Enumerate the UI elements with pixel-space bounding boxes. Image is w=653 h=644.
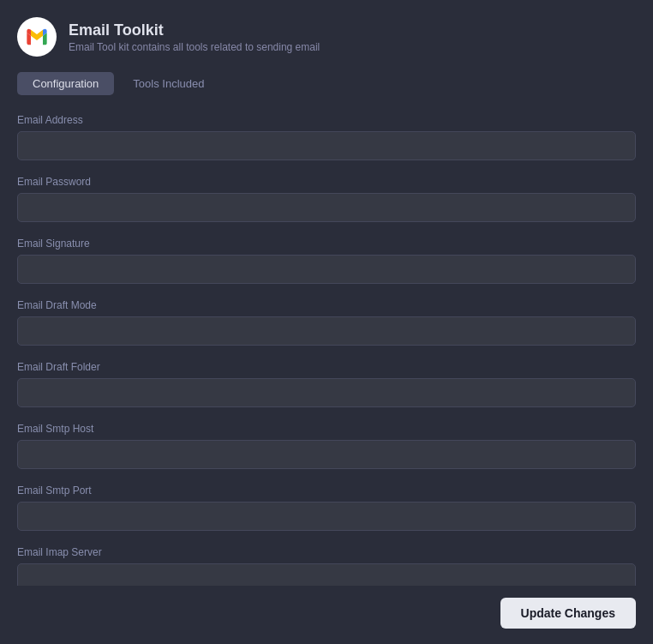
tab-configuration[interactable]: Configuration: [17, 72, 114, 95]
label-email-smtp-host: Email Smtp Host: [17, 423, 636, 435]
field-group-email-smtp-host: Email Smtp Host: [17, 423, 636, 469]
gmail-icon: [25, 25, 49, 49]
form-section: Email AddressEmail PasswordEmail Signatu…: [17, 114, 636, 586]
input-email-address[interactable]: [17, 131, 636, 160]
field-group-email-smtp-port: Email Smtp Port: [17, 485, 636, 531]
header: Email Toolkit Email Tool kit contains al…: [17, 17, 636, 57]
tabs-container: Configuration Tools Included: [17, 72, 636, 95]
field-group-email-draft-folder: Email Draft Folder: [17, 361, 636, 407]
field-group-email-imap-server: Email Imap Server: [17, 546, 636, 586]
label-email-address: Email Address: [17, 114, 636, 126]
input-email-imap-server[interactable]: [17, 563, 636, 586]
footer: Update Changes: [17, 586, 636, 644]
input-email-draft-mode[interactable]: [17, 316, 636, 346]
input-email-signature[interactable]: [17, 255, 636, 284]
input-email-smtp-host[interactable]: [17, 440, 636, 469]
label-email-draft-mode: Email Draft Mode: [17, 299, 636, 311]
input-email-draft-folder[interactable]: [17, 378, 636, 407]
header-text: Email Toolkit Email Tool kit contains al…: [69, 21, 320, 53]
field-group-email-signature: Email Signature: [17, 238, 636, 284]
label-email-signature: Email Signature: [17, 238, 636, 250]
label-email-password: Email Password: [17, 176, 636, 188]
tab-tools-included[interactable]: Tools Included: [117, 72, 219, 95]
field-group-email-address: Email Address: [17, 114, 636, 160]
main-container: Email Toolkit Email Tool kit contains al…: [0, 0, 653, 644]
input-email-password[interactable]: [17, 193, 636, 222]
input-email-smtp-port[interactable]: [17, 502, 636, 531]
field-group-email-password: Email Password: [17, 176, 636, 222]
label-email-draft-folder: Email Draft Folder: [17, 361, 636, 373]
update-changes-button[interactable]: Update Changes: [500, 598, 636, 629]
app-logo: [17, 17, 57, 57]
field-group-email-draft-mode: Email Draft Mode: [17, 299, 636, 346]
label-email-imap-server: Email Imap Server: [17, 546, 636, 558]
app-subtitle: Email Tool kit contains all tools relate…: [69, 41, 320, 53]
app-title: Email Toolkit: [69, 21, 320, 39]
label-email-smtp-port: Email Smtp Port: [17, 485, 636, 497]
